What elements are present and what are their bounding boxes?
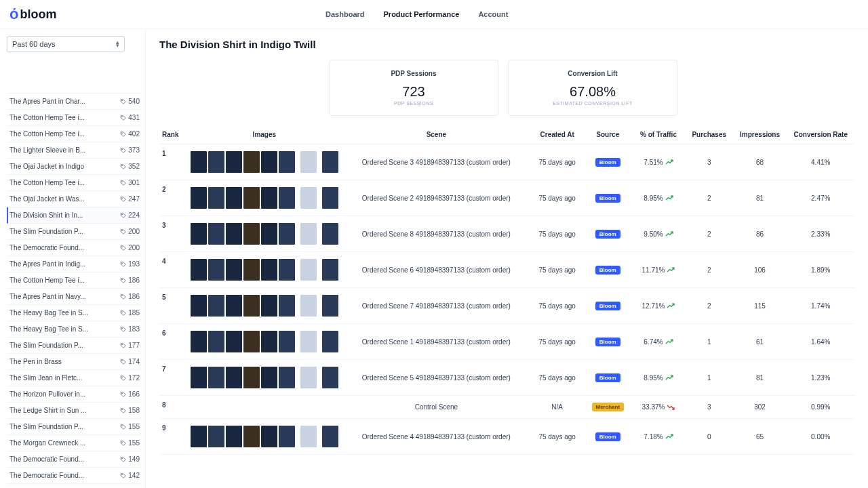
sidebar-product-item[interactable]: The Heavy Bag Tee in S...185 (7, 305, 141, 321)
sidebar-product-item[interactable]: The Horizon Pullover in...166 (7, 386, 141, 403)
thumbnail[interactable] (279, 187, 295, 209)
thumbnail[interactable] (191, 426, 207, 447)
thumbnail[interactable] (208, 367, 224, 388)
thumbnail[interactable] (300, 426, 317, 447)
col-source[interactable]: Source (584, 125, 631, 144)
sidebar-product-item[interactable]: The Pen in Brass174 (7, 354, 141, 370)
thumbnail[interactable] (322, 259, 338, 281)
brand-logo[interactable]: ό bloom (9, 5, 56, 23)
thumbnail[interactable] (279, 223, 295, 245)
thumbnail[interactable] (300, 223, 317, 245)
sidebar-product-item[interactable]: The Slim Foundation P...155 (7, 419, 141, 435)
col-scene[interactable]: Scene (342, 125, 530, 144)
thumbnail[interactable] (261, 331, 277, 352)
sidebar-product-item[interactable]: The Cotton Hemp Tee i...431 (7, 110, 141, 126)
sidebar-product-item[interactable]: The Cotton Hemp Tee i...301 (7, 175, 141, 191)
sidebar-product-item[interactable]: The Democratic Found...200 (7, 240, 141, 256)
thumbnail[interactable] (300, 151, 317, 173)
thumbnail[interactable] (226, 151, 242, 173)
thumbnail[interactable] (243, 295, 260, 317)
thumbnail[interactable] (279, 295, 295, 317)
thumbnail[interactable] (191, 295, 207, 317)
thumbnail[interactable] (191, 187, 207, 209)
sidebar-product-item[interactable]: The Division Shirt in In...224 (7, 207, 141, 224)
table-row[interactable]: 9Ordered Scene 4 4918948397133 (custom o… (159, 419, 854, 455)
thumbnail[interactable] (226, 223, 242, 245)
table-row[interactable]: 1Ordered Scene 3 4918948397133 (custom o… (159, 144, 854, 180)
sidebar-product-item[interactable]: The Ojai Jacket in Indigo352 (7, 159, 141, 175)
thumbnail[interactable] (322, 331, 338, 352)
thumbnail[interactable] (300, 367, 317, 388)
thumbnail[interactable] (322, 187, 338, 209)
thumbnail[interactable] (261, 295, 277, 317)
sidebar-product-item[interactable]: The Slim Jean in Fletc...172 (7, 370, 141, 386)
thumbnail[interactable] (226, 331, 242, 352)
thumbnail[interactable] (226, 259, 242, 281)
sidebar-product-item[interactable]: The Apres Pant in Indig...193 (7, 256, 141, 272)
thumbnail[interactable] (191, 367, 207, 388)
sidebar-product-item[interactable]: The Cotton Hemp Tee i...186 (7, 272, 141, 289)
table-row[interactable]: 4Ordered Scene 6 4918948397133 (custom o… (159, 252, 854, 288)
thumbnail[interactable] (208, 259, 224, 281)
thumbnail[interactable] (300, 295, 317, 317)
sidebar-product-item[interactable]: The Apres Pant in Navy...186 (7, 289, 141, 305)
table-row[interactable]: 6Ordered Scene 1 4918948397133 (custom o… (159, 324, 854, 360)
thumbnail[interactable] (261, 367, 277, 388)
thumbnail[interactable] (322, 426, 338, 447)
nav-dashboard[interactable]: Dashboard (326, 10, 364, 18)
col-impressions[interactable]: Impressions (733, 125, 787, 144)
thumbnail[interactable] (191, 331, 207, 352)
sidebar-product-item[interactable]: The Democratic Found...142 (7, 468, 141, 484)
col-images[interactable]: Images (186, 125, 342, 144)
thumbnail[interactable] (243, 367, 260, 388)
sidebar-product-item[interactable]: The Ojai Jacket in Was...247 (7, 191, 141, 207)
thumbnail[interactable] (226, 295, 242, 317)
thumbnail[interactable] (226, 426, 242, 447)
thumbnail[interactable] (300, 331, 317, 352)
thumbnail[interactable] (191, 151, 207, 173)
thumbnail[interactable] (279, 331, 295, 352)
thumbnail[interactable] (191, 223, 207, 245)
thumbnail[interactable] (243, 331, 260, 352)
thumbnail[interactable] (279, 367, 295, 388)
thumbnail[interactable] (208, 426, 224, 447)
thumbnail[interactable] (191, 259, 207, 281)
sidebar-product-item[interactable]: The Heavy Bag Tee in S...183 (7, 321, 141, 338)
table-row[interactable]: 3Ordered Scene 8 4918948397133 (custom o… (159, 216, 854, 252)
thumbnail[interactable] (322, 295, 338, 317)
sidebar-product-item[interactable]: The Lighter Sleeve in B...373 (7, 142, 141, 159)
date-range-select[interactable]: Past 60 days ▴▾ (7, 36, 125, 52)
nav-product-performance[interactable]: Product Performance (384, 10, 460, 18)
thumbnail[interactable] (226, 187, 242, 209)
thumbnail[interactable] (243, 151, 260, 173)
table-row[interactable]: 2Ordered Scene 2 4918948397133 (custom o… (159, 180, 854, 216)
thumbnail[interactable] (261, 426, 277, 447)
col-purchases[interactable]: Purchases (686, 125, 733, 144)
col-traffic[interactable]: % of Traffic (631, 125, 686, 144)
thumbnail[interactable] (208, 223, 224, 245)
col-conversion[interactable]: Conversion Rate (787, 125, 854, 144)
thumbnail[interactable] (322, 223, 338, 245)
thumbnail[interactable] (279, 426, 295, 447)
thumbnail[interactable] (208, 187, 224, 209)
thumbnail[interactable] (243, 426, 260, 447)
thumbnail[interactable] (261, 187, 277, 209)
sidebar-product-item[interactable]: The Cotton Hemp Tee i...402 (7, 126, 141, 142)
table-row[interactable]: 7Ordered Scene 5 4918948397133 (custom o… (159, 360, 854, 396)
thumbnail[interactable] (300, 259, 317, 281)
thumbnail[interactable] (279, 151, 295, 173)
nav-account[interactable]: Account (478, 10, 508, 18)
thumbnail[interactable] (243, 187, 260, 209)
sidebar-product-item[interactable]: The Slim Foundation P...177 (7, 338, 141, 354)
thumbnail[interactable] (322, 367, 338, 388)
thumbnail[interactable] (208, 295, 224, 317)
thumbnail[interactable] (261, 223, 277, 245)
sidebar-product-item[interactable]: The Ledge Shirt in Sun ...158 (7, 403, 141, 419)
sidebar-product-item[interactable]: The Slim Jean in Sawy...140 (7, 484, 141, 488)
thumbnail[interactable] (243, 259, 260, 281)
thumbnail[interactable] (208, 151, 224, 173)
table-row[interactable]: 8Control SceneN/AMerchant33.37%33020.99% (159, 396, 854, 419)
sidebar-product-item[interactable]: The Morgan Crewneck ...155 (7, 435, 141, 451)
thumbnail[interactable] (208, 331, 224, 352)
thumbnail[interactable] (279, 259, 295, 281)
